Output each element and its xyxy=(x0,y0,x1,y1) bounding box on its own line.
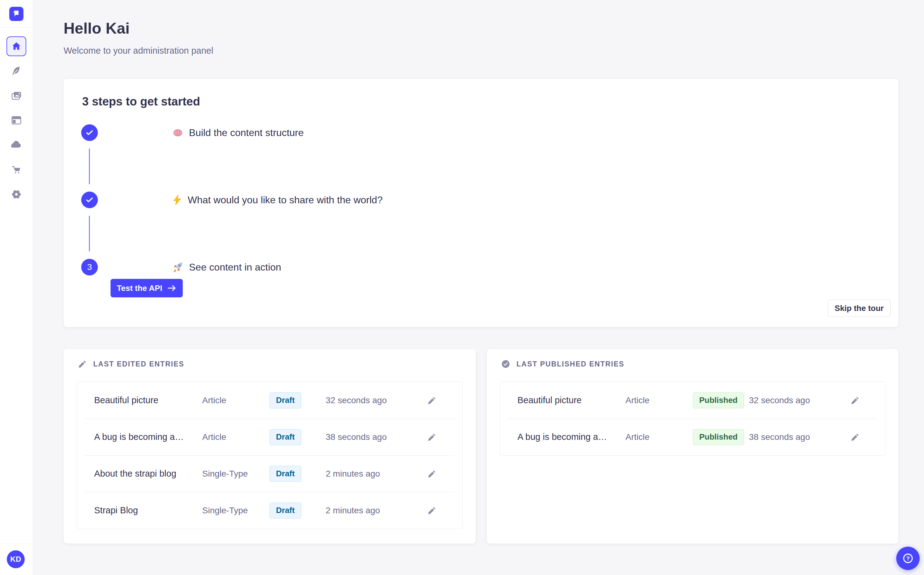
entry-type: Single-Type xyxy=(202,505,264,515)
entry-updated-time: 32 seconds ago xyxy=(326,396,424,405)
edit-entry-button[interactable] xyxy=(848,393,863,408)
entry-title: About the strapi blog xyxy=(94,469,202,479)
table-row: A bug is becoming a… Article Draft 38 se… xyxy=(77,419,462,455)
strapi-logo xyxy=(9,7,24,21)
pencil-icon xyxy=(78,359,87,369)
sidebar-item-media-library[interactable] xyxy=(6,86,26,105)
last-published-entries-card: LAST PUBLISHED ENTRIES Beautiful picture… xyxy=(487,349,899,543)
home-icon xyxy=(11,41,22,51)
table-row: A bug is becoming a… Article Published 3… xyxy=(500,419,885,455)
step-2-check-circle xyxy=(81,192,98,208)
step-connector xyxy=(89,216,90,251)
strapi-logo-glyph xyxy=(9,7,24,21)
step-1-row: Build the content structure xyxy=(172,124,304,141)
entry-updated-time: 2 minutes ago xyxy=(326,469,424,479)
entry-title: Strapi Blog xyxy=(94,505,202,515)
question-circle-icon: ? xyxy=(901,551,915,565)
svg-text:?: ? xyxy=(906,555,910,562)
step-1-label: Build the content structure xyxy=(189,127,304,138)
last-edited-entries-caption: LAST EDITED ENTRIES xyxy=(78,359,184,369)
step-3-label: See content in action xyxy=(189,262,281,273)
entry-status-cell: Draft xyxy=(264,429,326,445)
entry-title: A bug is becoming a… xyxy=(94,432,202,442)
entry-status-cell: Draft xyxy=(264,392,326,408)
step-2-label: What would you like to share with the wo… xyxy=(188,194,382,206)
entry-type: Article xyxy=(202,432,264,442)
sidebar-divider xyxy=(0,27,33,27)
edit-entry-button[interactable] xyxy=(848,430,863,445)
step-1-check-circle xyxy=(81,124,98,141)
status-badge: Published xyxy=(693,392,744,408)
check-circle-icon xyxy=(501,359,510,369)
step-3-number-circle: 3 xyxy=(81,259,98,275)
edit-entry-button[interactable] xyxy=(424,466,439,481)
last-edited-entries-title: LAST EDITED ENTRIES xyxy=(93,360,184,369)
entry-updated-time: 38 seconds ago xyxy=(326,432,424,442)
step-2-row: What would you like to share with the wo… xyxy=(172,192,382,208)
page-subtitle: Welcome to your administration panel xyxy=(64,46,213,56)
sidebar-item-marketplace[interactable] xyxy=(6,160,26,179)
cart-icon xyxy=(11,164,22,175)
guided-tour-card: 3 steps to get started 3 Build the conte… xyxy=(64,79,899,327)
guided-tour-title: 3 steps to get started xyxy=(82,95,200,108)
pictures-icon xyxy=(11,90,22,101)
sidebar: KD xyxy=(0,0,33,575)
entry-type: Article xyxy=(626,432,687,442)
user-avatar[interactable]: KD xyxy=(7,550,25,568)
sidebar-item-content-manager[interactable] xyxy=(6,61,26,81)
status-badge: Draft xyxy=(269,392,301,408)
last-published-entries-table: Beautiful picture Article Published 32 s… xyxy=(500,381,886,456)
status-badge: Published xyxy=(693,429,744,445)
step-3-row: See content in action xyxy=(172,259,281,275)
status-badge: Draft xyxy=(269,466,301,482)
entry-title: Beautiful picture xyxy=(94,395,202,405)
skip-the-tour-button[interactable]: Skip the tour xyxy=(828,300,891,317)
zap-emoji-icon xyxy=(172,194,183,206)
page-title: Hello Kai xyxy=(64,19,130,37)
cloud-icon xyxy=(11,139,22,151)
rocket-emoji-icon xyxy=(172,261,184,273)
sidebar-item-home[interactable] xyxy=(6,37,26,56)
last-published-entries-caption: LAST PUBLISHED ENTRIES xyxy=(501,359,624,369)
table-row: Beautiful picture Article Published 32 s… xyxy=(500,382,885,419)
entry-status-cell: Published xyxy=(687,429,749,445)
table-row: Beautiful picture Article Draft 32 secon… xyxy=(77,382,462,419)
feather-icon xyxy=(11,65,22,76)
sidebar-item-content-type-builder[interactable] xyxy=(6,110,26,130)
brain-emoji-icon xyxy=(172,127,184,139)
entry-title: A bug is becoming a… xyxy=(518,432,626,442)
entry-status-cell: Published xyxy=(687,392,749,408)
status-badge: Draft xyxy=(269,502,301,519)
sidebar-item-settings[interactable] xyxy=(6,184,26,204)
help-button[interactable]: ? xyxy=(896,546,920,570)
sidebar-divider xyxy=(0,543,33,544)
entry-title: Beautiful picture xyxy=(518,395,626,405)
entry-published-time: 38 seconds ago xyxy=(749,432,848,442)
pencil-icon xyxy=(427,506,437,515)
test-the-api-button[interactable]: Test the API xyxy=(110,279,183,297)
pencil-icon xyxy=(427,469,437,478)
test-the-api-label: Test the API xyxy=(117,283,162,293)
edit-entry-button[interactable] xyxy=(424,430,439,445)
entry-type: Article xyxy=(626,396,687,405)
layout-icon xyxy=(11,115,22,126)
check-icon xyxy=(85,195,94,205)
entry-updated-time: 2 minutes ago xyxy=(326,505,424,515)
gear-icon xyxy=(11,189,22,200)
table-row: Strapi Blog Single-Type Draft 2 minutes … xyxy=(77,492,462,529)
pencil-icon xyxy=(851,432,860,442)
pencil-icon xyxy=(851,396,860,405)
last-published-entries-title: LAST PUBLISHED ENTRIES xyxy=(516,360,624,369)
arrow-right-icon xyxy=(167,284,177,292)
status-badge: Draft xyxy=(269,429,301,445)
entry-type: Article xyxy=(202,396,264,405)
entry-published-time: 32 seconds ago xyxy=(749,396,848,405)
edit-entry-button[interactable] xyxy=(424,503,439,518)
step-connector xyxy=(89,148,90,184)
sidebar-item-cloud[interactable] xyxy=(6,135,26,155)
entry-status-cell: Draft xyxy=(264,466,326,482)
entry-status-cell: Draft xyxy=(264,502,326,519)
entry-type: Single-Type xyxy=(202,469,264,479)
pencil-icon xyxy=(427,432,437,442)
edit-entry-button[interactable] xyxy=(424,393,439,408)
